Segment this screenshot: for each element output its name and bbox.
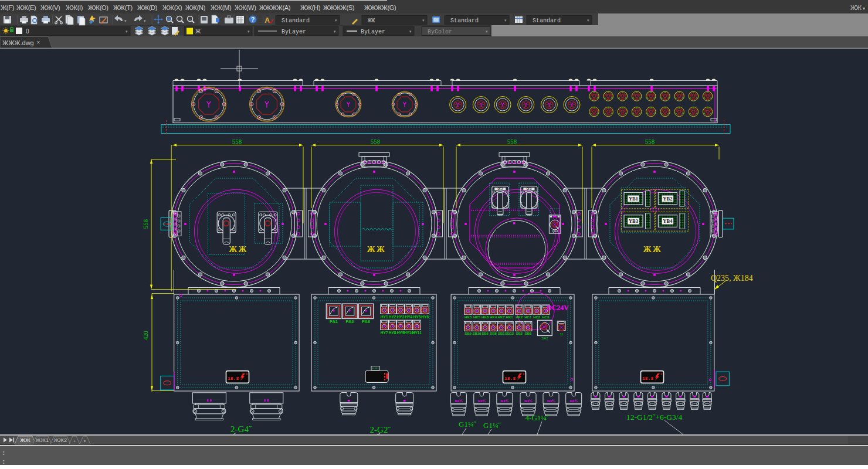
svg-text:HC1: HC1 [524, 315, 532, 319]
svg-text:HK2: HK2 [516, 315, 523, 319]
svg-text::: : [2, 458, 6, 465]
svg-text:SB6: SB6 [482, 332, 489, 335]
svg-text:ЖЖ(W): ЖЖ(W) [235, 4, 256, 11]
svg-text:SB9: SB9 [464, 332, 472, 335]
svg-text:G1¼: G1¼ [524, 399, 533, 403]
svg-text:▾: ▾ [863, 6, 865, 11]
svg-text:ЖЖЖЖ(G): ЖЖЖЖ(G) [364, 4, 396, 11]
svg-text:18.8: 18.8 [504, 376, 516, 381]
svg-text:HY9: HY9 [397, 331, 405, 335]
svg-text:ЖЖ(H): ЖЖ(H) [300, 4, 320, 11]
svg-text:2-G4˝: 2-G4˝ [230, 424, 252, 434]
svg-text:558: 558 [142, 219, 149, 229]
svg-text:G1¼: G1¼ [570, 399, 578, 403]
svg-text:▸: ▸ [84, 439, 86, 443]
svg-text:SA2: SA2 [541, 337, 548, 340]
svg-text:HY4: HY4 [405, 315, 413, 319]
svg-text:Standard: Standard [282, 18, 310, 24]
svg-text:HY3: HY3 [397, 315, 405, 319]
svg-text:PA3: PA3 [362, 319, 370, 324]
svg-text:DC24V: DC24V [547, 304, 569, 312]
svg-text:SB2: SB2 [516, 332, 523, 335]
svg-text:HK1: HK1 [506, 315, 514, 319]
svg-text:HY1: HY1 [381, 315, 388, 319]
svg-text:×: × [36, 39, 40, 46]
svg-text:HY7: HY7 [381, 331, 388, 335]
svg-text:HY11: HY11 [412, 331, 422, 335]
svg-text:Ж: Ж [195, 28, 201, 35]
svg-text:ЖЖЖЖ(A): ЖЖЖЖ(A) [259, 4, 290, 11]
svg-text:A: A [265, 16, 270, 25]
svg-text:▾: ▾ [126, 29, 128, 33]
svg-text:▾: ▾ [422, 18, 425, 22]
svg-text:ЖЖ(X): ЖЖ(X) [162, 4, 182, 11]
svg-text:ЖЖ(T): ЖЖ(T) [113, 4, 133, 11]
svg-text:G1¼: G1¼ [455, 399, 463, 403]
svg-text:HY6: HY6 [421, 315, 429, 319]
svg-text:▾: ▾ [587, 18, 589, 22]
svg-text:4-G1¼˝: 4-G1¼˝ [525, 413, 550, 422]
svg-text:-: - [189, 16, 191, 22]
svg-text:ЖЖЖЖ(S): ЖЖЖЖ(S) [323, 4, 354, 11]
svg-text:SB8: SB8 [490, 332, 497, 335]
svg-text:YB2: YB2 [663, 196, 672, 202]
svg-text:YB4: YB4 [663, 218, 673, 224]
svg-text:SB10: SB10 [472, 332, 482, 335]
svg-text:G1¼˝: G1¼˝ [483, 421, 501, 430]
svg-text:ЖЖ2: ЖЖ2 [54, 437, 67, 443]
svg-text:▾: ▾ [124, 19, 127, 23]
svg-text:G1¼: G1¼ [478, 399, 486, 403]
svg-text:J1: J1 [560, 332, 564, 336]
svg-text:HC3: HC3 [542, 315, 550, 319]
svg-text:▾: ▾ [144, 19, 146, 23]
svg-text:ЖЖЖ.dwg: ЖЖЖ.dwg [2, 39, 34, 46]
svg-text:558: 558 [371, 138, 381, 145]
svg-text:12-G1/2˝+6-G3/4: 12-G1/2˝+6-G3/4 [626, 413, 683, 422]
svg-text:▾: ▾ [247, 29, 250, 33]
svg-text:2-G2˝: 2-G2˝ [370, 425, 392, 434]
svg-text:HY8: HY8 [389, 331, 396, 335]
svg-text:558: 558 [232, 138, 242, 145]
svg-text:HK5: HK5 [473, 315, 481, 319]
svg-text:ЖЖ: ЖЖ [367, 245, 386, 254]
svg-text:ЖЖ(D): ЖЖ(D) [137, 4, 157, 11]
svg-text:SB1: SB1 [498, 332, 505, 335]
svg-text:ЖЖ(N): ЖЖ(N) [185, 4, 205, 11]
svg-text:?: ? [251, 16, 255, 23]
svg-text:YB1: YB1 [629, 196, 638, 202]
svg-text:ЖЖ(I): ЖЖ(I) [66, 4, 83, 11]
svg-text:QF4: QF4 [552, 229, 558, 233]
svg-text:HY2: HY2 [389, 315, 396, 319]
svg-text:ByLayer: ByLayer [361, 29, 385, 35]
svg-text:558: 558 [645, 138, 655, 145]
svg-text:▾: ▾ [504, 18, 507, 22]
svg-text:Ж(F): Ж(F) [1, 4, 14, 11]
svg-text:HK3: HK3 [464, 315, 472, 319]
svg-text:ЖЖ(E): ЖЖ(E) [16, 4, 36, 11]
svg-text:G1¼: G1¼ [547, 399, 555, 403]
svg-text:ЖЖ: ЖЖ [643, 245, 663, 254]
svg-text:Standard: Standard [533, 18, 561, 24]
svg-text:Q235, Ж184: Q235, Ж184 [711, 274, 753, 283]
svg-text:420: 420 [143, 331, 149, 340]
svg-text:SB8: SB8 [524, 332, 531, 335]
svg-text:ЖЖ: ЖЖ [850, 4, 862, 11]
svg-text::: : [2, 450, 6, 457]
svg-text:ЖЖ: ЖЖ [368, 18, 375, 24]
svg-text:18.8: 18.8 [642, 376, 653, 381]
svg-text:SB12: SB12 [505, 332, 514, 335]
svg-text:ЖЖ(O): ЖЖ(O) [88, 4, 108, 11]
svg-text:Standard: Standard [450, 18, 479, 24]
svg-text:▾: ▾ [334, 29, 336, 33]
svg-text:QF3: QF3 [527, 188, 532, 191]
svg-text:0: 0 [26, 28, 29, 35]
svg-text:ЖЖ1: ЖЖ1 [36, 437, 49, 443]
svg-text:ЖЖ: ЖЖ [229, 245, 248, 254]
svg-text:▾: ▾ [486, 29, 488, 33]
svg-text:HK7: HK7 [498, 315, 506, 319]
svg-text:558: 558 [507, 138, 517, 145]
svg-text:HC2: HC2 [533, 315, 541, 319]
svg-text:ЖЖ(V): ЖЖ(V) [40, 4, 60, 11]
svg-text:G1¼: G1¼ [501, 399, 509, 403]
svg-text:ЖЖ: ЖЖ [20, 437, 30, 443]
